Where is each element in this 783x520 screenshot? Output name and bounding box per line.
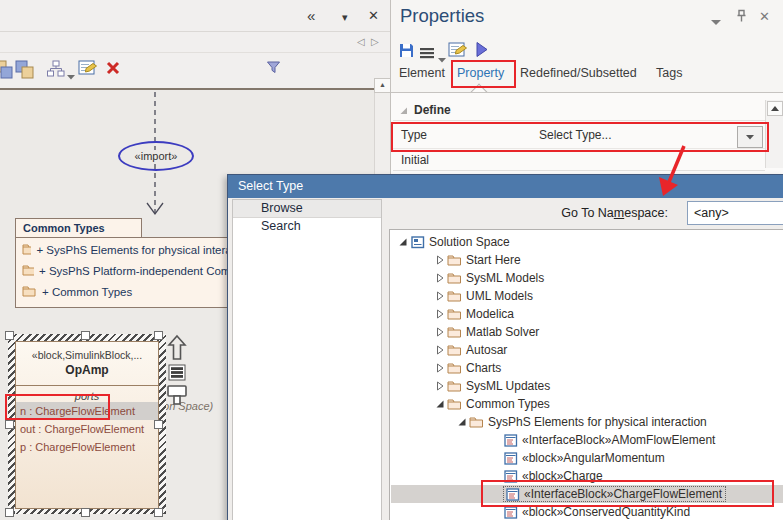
pin-icon[interactable]	[736, 9, 747, 27]
select-type-dialog: Select Type Browse Search Go To Namespac…	[227, 174, 783, 520]
scroll-left-icon[interactable]: ◁	[357, 37, 365, 47]
tree-item[interactable]: «block»AngularMomentum	[391, 449, 783, 467]
close-icon[interactable]: ✕	[759, 9, 770, 24]
resize-handle[interactable]	[81, 331, 90, 340]
collapsed-icon[interactable]	[433, 381, 447, 391]
tab-element[interactable]: Element	[399, 66, 445, 80]
pane-title-bar: « ▾ ✕	[0, 0, 390, 32]
tree-item[interactable]: Common Types	[391, 395, 783, 413]
block-opamp[interactable]: «block,SimulinkBlock,... OpAmp ports n :…	[15, 341, 159, 509]
package-tab[interactable]: Common Types	[15, 218, 142, 238]
block-stereotype: «block,SimulinkBlock,...	[16, 349, 158, 361]
collapsed-icon[interactable]	[433, 255, 447, 265]
collapse-left-icon[interactable]: «	[307, 9, 315, 22]
folder-icon	[22, 285, 37, 298]
tree-item[interactable]: Charts	[391, 359, 783, 377]
tree-item[interactable]: SysML Updates	[391, 377, 783, 395]
tree-item-solution-space[interactable]: Solution Space	[391, 233, 783, 251]
tree-item[interactable]: Start Here	[391, 251, 783, 269]
compartment-divider	[16, 385, 158, 386]
type-tree: Solution Space Start Here SysML Models U…	[389, 229, 783, 520]
run-icon[interactable]	[475, 41, 489, 62]
property-row-initial[interactable]: Initial	[393, 149, 765, 171]
collapsed-icon[interactable]	[433, 363, 447, 373]
annotation-box-property-tab	[451, 60, 516, 88]
dialog-nav-list: Browse Search	[232, 199, 382, 520]
collapsed-icon[interactable]	[433, 273, 447, 283]
panel-title: Properties	[400, 5, 484, 27]
tree-item[interactable]: UML Models	[391, 287, 783, 305]
resize-handle[interactable]	[5, 508, 14, 517]
delete-icon[interactable]	[104, 59, 122, 81]
folder-icon	[447, 344, 462, 357]
import-label: «import»	[134, 150, 179, 162]
collapse-section-icon[interactable]	[399, 106, 408, 115]
collapsed-icon[interactable]	[433, 345, 447, 355]
tree-item[interactable]: SysPhS Elements for physical interaction	[391, 413, 783, 431]
resize-handle[interactable]	[154, 420, 163, 429]
hierarchy-dropdown-icon[interactable]	[67, 66, 75, 84]
section-define[interactable]: Define	[393, 100, 765, 121]
dialog-title-bar[interactable]: Select Type	[228, 175, 783, 198]
port-out[interactable]: out : ChargeFlowElement	[16, 420, 158, 438]
properties-dialog-icon[interactable]	[78, 59, 98, 81]
folder-icon	[447, 290, 462, 303]
package-item[interactable]: + SysPhS Elements for physical interacti…	[22, 240, 256, 259]
collapsed-icon[interactable]	[433, 291, 447, 301]
save-icon[interactable]	[398, 42, 415, 63]
diagram-toolbar	[0, 53, 390, 86]
scroll-up-icon[interactable]	[767, 101, 783, 116]
resize-handle[interactable]	[5, 331, 14, 340]
paste-element-icon[interactable]	[13, 58, 35, 84]
model-icon	[410, 236, 425, 249]
chevron-down-icon[interactable]	[711, 12, 721, 30]
copy-element-icon[interactable]	[0, 58, 14, 84]
folder-icon	[447, 272, 462, 285]
block-icon	[503, 452, 518, 465]
resize-handle[interactable]	[81, 508, 90, 517]
filter-icon[interactable]	[266, 60, 282, 79]
annotation-box-port-n	[5, 394, 110, 420]
folder-icon	[447, 398, 462, 411]
compartments-icon[interactable]	[168, 364, 187, 386]
block-icon	[503, 434, 518, 447]
namespace-label: Go To Namespace:	[501, 202, 668, 224]
resize-handle[interactable]	[154, 508, 163, 517]
scroll-right-icon[interactable]: ▷	[371, 37, 379, 47]
package-common-types[interactable]: + SysPhS Elements for physical interacti…	[15, 237, 257, 308]
expanded-icon[interactable]	[455, 417, 469, 427]
tree-item[interactable]: SysML Models	[391, 269, 783, 287]
expanded-icon[interactable]	[396, 237, 410, 247]
package-item[interactable]: + Common Types	[22, 282, 256, 301]
scroll-up-icon[interactable]: ▲	[374, 78, 391, 93]
chevron-down-icon[interactable]: ▾	[342, 11, 348, 24]
nav-browse[interactable]: Browse	[233, 200, 381, 218]
up-arrow-icon[interactable]	[166, 334, 188, 366]
annotation-box-type-row	[391, 122, 769, 152]
hierarchy-icon[interactable]	[47, 60, 65, 81]
tree-item[interactable]: Modelica	[391, 305, 783, 323]
tree-item[interactable]: Autosar	[391, 341, 783, 359]
tree-item[interactable]: Matlab Solver	[391, 323, 783, 341]
tree-item[interactable]: «InterfaceBlock»AMomFlowElement	[391, 431, 783, 449]
nav-search[interactable]: Search	[233, 218, 381, 235]
expanded-icon[interactable]	[433, 399, 447, 409]
menu-icon[interactable]	[420, 45, 434, 63]
folder-icon	[22, 264, 34, 277]
tab-tags[interactable]: Tags	[656, 66, 682, 80]
resize-handle[interactable]	[154, 331, 163, 340]
import-stereotype-ellipse[interactable]: «import»	[118, 141, 194, 171]
close-icon[interactable]: ✕	[368, 9, 379, 22]
collapsed-icon[interactable]	[433, 309, 447, 319]
resize-handle[interactable]	[5, 420, 14, 429]
port-p[interactable]: p : ChargeFlowElement	[16, 438, 158, 456]
menu-dropdown-icon[interactable]	[438, 49, 446, 67]
port-tool-icon[interactable]	[166, 384, 190, 414]
tab-redefined-subsetted[interactable]: Redefined/Subsetted	[520, 66, 637, 80]
diagram-tab-strip: ◁ ▷	[0, 32, 390, 53]
package-item[interactable]: + SysPhS Platform-independent Compone	[22, 261, 256, 280]
folder-icon	[447, 254, 462, 267]
namespace-combobox[interactable]: <any>	[687, 201, 783, 225]
collapsed-icon[interactable]	[433, 327, 447, 337]
block-name: OpAmp	[16, 363, 158, 377]
